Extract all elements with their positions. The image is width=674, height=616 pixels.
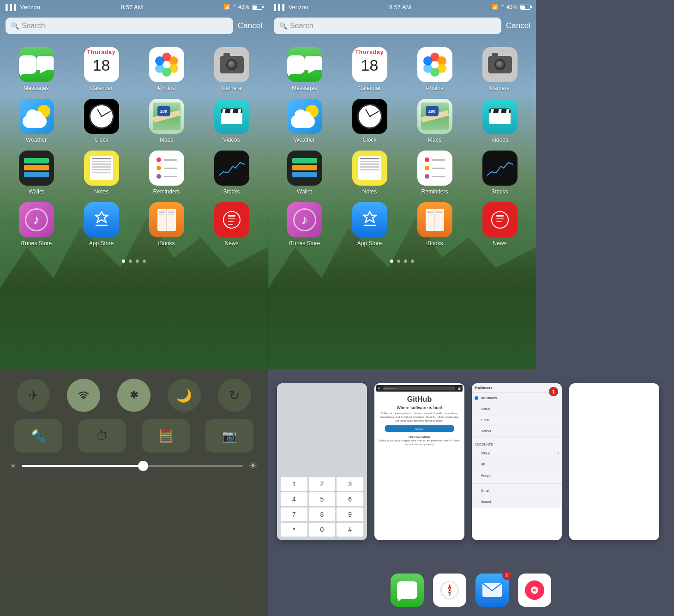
app-itunes-left[interactable]: ♪ iTunes Store [4, 199, 69, 250]
app-ibooks-left[interactable]: iBooks [134, 199, 199, 250]
switcher-card-phone[interactable]: 1 2 3 4 5 6 7 8 9 * 0 # [277, 383, 367, 540]
mail-row-all-inboxes[interactable]: All Inboxes [472, 393, 562, 404]
key-8[interactable]: 8 [309, 507, 336, 521]
mail-row-gmail[interactable]: Gmail [472, 415, 562, 426]
weather-icon-left [19, 99, 54, 134]
app-weather-left[interactable]: Weather [4, 95, 69, 147]
key-hash[interactable]: # [337, 523, 363, 537]
switcher-card-music[interactable]: Mo Pitney Troy Hill A Thing Boy & A Girl… [569, 383, 659, 540]
cc-bluetooth-button[interactable]: ✱ [117, 379, 150, 412]
card-screenshot-music: Mo Pitney Troy Hill A Thing Boy & A Girl… [569, 383, 659, 540]
calendar-day-left: Thursday [84, 47, 119, 56]
cc-rotation-button[interactable]: ↻ [218, 379, 251, 412]
app-grid-left: Messages Thursday 18 Calendar [0, 38, 268, 256]
cc-camera-button[interactable]: 📷 [205, 419, 253, 453]
mail-row-school[interactable]: School [472, 426, 562, 437]
brightness-thumb[interactable] [138, 461, 148, 471]
cc-flashlight-button[interactable]: 🔦 [14, 419, 62, 453]
app-clock-right[interactable]: Clock [337, 95, 402, 147]
github-signin-button[interactable]: Sign in [385, 425, 454, 432]
reminder-dot-2 [156, 166, 161, 170]
airplane-mode-icon: ✈ [28, 388, 39, 403]
app-calendar-left[interactable]: Thursday 18 Calendar [69, 43, 134, 95]
app-photos-left[interactable]: Photos [134, 43, 199, 95]
app-calendar-right[interactable]: Thursday 18 Calendar [337, 43, 402, 95]
mailboxes-title: Mailboxes [475, 386, 493, 390]
reminders-content [155, 156, 179, 181]
switcher-card-mail[interactable]: Mailboxes All Inboxes iCloud Gmail [472, 383, 562, 540]
app-appstore-right[interactable]: App Store [337, 199, 402, 250]
app-camera-left[interactable]: Camera [199, 43, 264, 95]
app-photos-right[interactable]: Photos [402, 43, 467, 95]
app-notes-left[interactable]: Notes [69, 147, 134, 199]
cancel-button-right[interactable]: Cancel [506, 21, 530, 30]
wifi-status-icon-right: 📶 [492, 4, 499, 10]
app-reminders-right[interactable]: Reminders [402, 147, 467, 199]
key-0[interactable]: 0 [309, 523, 336, 537]
app-itunes-right[interactable]: ♪ iTunes Store [272, 199, 337, 250]
search-input-right[interactable]: 🔍 Search [274, 18, 501, 34]
cc-donotdisturb-button[interactable]: 🌙 [168, 379, 201, 412]
cloud-icon-right [291, 115, 315, 128]
key-2[interactable]: 2 [309, 477, 336, 491]
app-wallet-right[interactable]: Wallet [272, 147, 337, 199]
key-3[interactable]: 3 [337, 477, 363, 491]
key-5[interactable]: 5 [309, 492, 336, 506]
mail-row-icloud-account[interactable]: iCloud 1 [472, 448, 562, 459]
mail-row-hoopd[interactable]: Hoopd [472, 470, 562, 481]
app-weather-right[interactable]: Weather [272, 95, 337, 147]
app-stocks-left[interactable]: Stocks [199, 147, 264, 199]
key-9[interactable]: 9 [337, 507, 363, 521]
dock-mail-icon[interactable]: 1 [475, 574, 509, 607]
mail-row-icloud[interactable]: iCloud [472, 404, 562, 415]
mail-row-vp[interactable]: VP [472, 459, 562, 470]
search-bar-left[interactable]: 🔍 Search Cancel [6, 18, 262, 34]
app-ibooks-right[interactable]: iBooks [402, 199, 467, 250]
gh-menu-btn[interactable]: ≡ [458, 386, 461, 391]
dock-phone-icon[interactable] [391, 574, 424, 607]
app-clock-left[interactable]: Clock [69, 95, 134, 147]
app-news-left[interactable]: News [199, 199, 264, 250]
search-input-left[interactable]: 🔍 Search [6, 18, 233, 34]
app-appstore-left[interactable]: App Store [69, 199, 134, 250]
mail-row-school-2[interactable]: School [472, 496, 562, 507]
wallet-card-1 [24, 158, 49, 163]
search-placeholder-left: Search [22, 22, 45, 30]
note-line-5 [92, 169, 111, 170]
dock-safari-icon[interactable] [433, 574, 466, 607]
mail-row-gmail-2[interactable]: Gmail [472, 485, 562, 496]
school-label: School [475, 429, 491, 433]
key-6[interactable]: 6 [337, 492, 363, 506]
key-1[interactable]: 1 [281, 477, 307, 491]
app-camera-right[interactable]: Camera [467, 43, 532, 95]
app-news-right[interactable]: News [467, 199, 532, 250]
app-notes-right[interactable]: Notes [337, 147, 402, 199]
cc-airplane-button[interactable]: ✈ [17, 379, 50, 412]
cc-timer-button[interactable]: ⏱ [78, 419, 126, 453]
cancel-button-left[interactable]: Cancel [238, 21, 262, 30]
maps-shield: 280 [157, 106, 170, 116]
key-7[interactable]: 7 [281, 507, 307, 521]
dock-music-icon[interactable]: ♪ [518, 574, 551, 607]
gh-dot-1 [378, 387, 380, 389]
switcher-card-github[interactable]: github.com ≡ GitHub Where software is bu… [374, 383, 464, 540]
cc-calculator-button[interactable]: 🧮 [142, 419, 190, 453]
brightness-track[interactable] [22, 465, 243, 467]
reminder-line-2 [164, 168, 177, 169]
app-messages-right[interactable]: Messages [272, 43, 337, 95]
app-maps-right[interactable]: 280 Maps [402, 95, 467, 147]
cc-wifi-button[interactable] [67, 379, 100, 412]
key-star[interactable]: * [281, 523, 307, 537]
app-videos-right[interactable]: Videos [467, 95, 532, 147]
svg-rect-15 [228, 215, 235, 217]
appstore-content-right [357, 207, 382, 232]
search-bar-right[interactable]: 🔍 Search Cancel [274, 18, 530, 34]
key-4[interactable]: 4 [281, 492, 307, 506]
app-messages-left[interactable]: Messages [4, 43, 69, 95]
app-reminders-left[interactable]: Reminders [134, 147, 199, 199]
clap-stripe-1r [490, 109, 493, 113]
app-wallet-left[interactable]: Wallet [4, 147, 69, 199]
app-maps-left[interactable]: 280 Maps [134, 95, 199, 147]
app-videos-left[interactable]: Videos [199, 95, 264, 147]
app-stocks-right[interactable]: Stocks [467, 147, 532, 199]
